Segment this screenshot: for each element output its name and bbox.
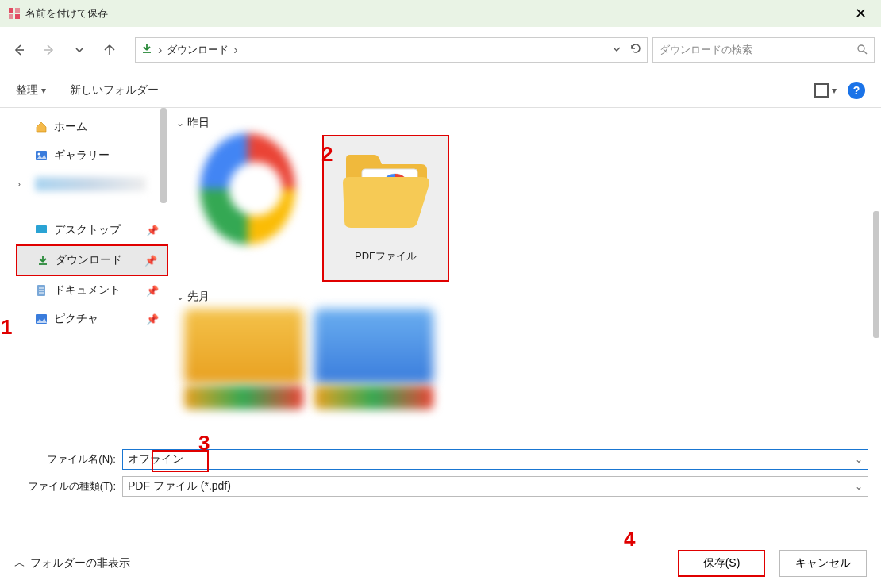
documents-icon: [35, 284, 48, 297]
organize-label: 整理: [16, 83, 38, 98]
search-input[interactable]: ダウンロードの検索: [652, 37, 875, 63]
sidebar-item-downloads[interactable]: ダウンロード 📌: [16, 244, 168, 276]
back-button[interactable]: [6, 37, 32, 63]
chevron-up-icon: ︿: [14, 556, 25, 571]
svg-rect-2: [9, 14, 13, 19]
main-area: ホーム ギャラリー › デスクトップ 📌 ダウンロード 📌: [0, 108, 881, 441]
expand-icon[interactable]: ›: [17, 179, 21, 190]
chevron-down-icon[interactable]: ⌄: [855, 481, 863, 492]
close-button[interactable]: ✕: [848, 3, 873, 24]
folder-icon: [338, 143, 433, 238]
filename-label: ファイル名(N):: [13, 452, 116, 467]
pin-icon[interactable]: 📌: [146, 313, 159, 325]
footer: ︿ フォルダーの非表示 保存(S) キャンセル: [0, 539, 881, 588]
cancel-button[interactable]: キャンセル: [779, 550, 867, 577]
gallery-icon: [35, 149, 48, 162]
annotation-marker-4: 4: [624, 527, 635, 551]
pin-icon[interactable]: 📌: [144, 255, 157, 267]
pin-icon[interactable]: 📌: [146, 285, 159, 297]
sidebar-label: ギャラリー: [54, 148, 110, 163]
pictures-icon: [35, 313, 48, 325]
downloads-icon: [37, 254, 49, 267]
sidebar-label: ダウンロード: [56, 253, 122, 267]
help-button[interactable]: ?: [848, 82, 865, 99]
filetype-label: ファイルの種類(T):: [13, 479, 116, 494]
sidebar-item-gallery[interactable]: ギャラリー: [16, 141, 168, 170]
folder-label: PDFファイル: [355, 249, 417, 263]
annotation-marker-3: 3: [198, 431, 210, 455]
chevron-down-icon: ⌄: [176, 291, 184, 302]
sidebar: ホーム ギャラリー › デスクトップ 📌 ダウンロード 📌: [0, 108, 168, 441]
up-button[interactable]: [97, 37, 122, 63]
blurred-file[interactable]: [314, 309, 433, 384]
svg-rect-1: [15, 8, 20, 13]
address-bar[interactable]: › ダウンロード ›: [135, 37, 648, 63]
filetype-value: PDF ファイル (*.pdf): [128, 479, 231, 494]
svg-rect-11: [36, 225, 47, 233]
annotation-marker-1: 1: [1, 315, 12, 340]
sidebar-item-home[interactable]: ホーム: [16, 113, 168, 141]
content-scrollbar[interactable]: [873, 211, 879, 338]
sidebar-item-desktop[interactable]: デスクトップ 📌: [16, 216, 168, 244]
filetype-select[interactable]: PDF ファイル (*.pdf) ⌄: [122, 476, 868, 497]
folder-item-pdf[interactable]: PDFファイル: [322, 135, 449, 282]
svg-rect-3: [15, 14, 20, 19]
new-folder-button[interactable]: 新しいフォルダー: [70, 83, 159, 98]
file-item-chrome[interactable]: [184, 135, 311, 282]
blurred-file[interactable]: [184, 386, 303, 409]
refresh-button[interactable]: [629, 42, 642, 58]
chevron-down-icon: ⌄: [176, 117, 184, 129]
sidebar-label: ドキュメント: [54, 283, 121, 298]
sidebar-label: ピクチャ: [54, 312, 98, 326]
pin-icon[interactable]: 📌: [146, 225, 159, 236]
sidebar-label: ホーム: [54, 120, 87, 134]
blurred-files-row: [184, 309, 873, 384]
section-label: 先月: [187, 290, 210, 304]
breadcrumb-sep-2: ›: [233, 43, 237, 57]
recent-dropdown[interactable]: [67, 37, 92, 63]
view-mode-button[interactable]: ▾: [814, 83, 837, 98]
toolbar-row: 整理 ▾ 新しいフォルダー ▾ ?: [0, 73, 881, 108]
home-icon: [35, 121, 48, 133]
filetype-row: ファイルの種類(T): PDF ファイル (*.pdf) ⌄: [0, 473, 881, 500]
window-title: 名前を付けて保存: [25, 6, 108, 21]
blurred-file[interactable]: [314, 386, 433, 409]
search-placeholder-text: ダウンロードの検索: [660, 43, 752, 57]
chrome-thumb: [200, 141, 295, 236]
app-icon: [8, 7, 21, 20]
desktop-icon: [35, 224, 48, 236]
section-yesterday[interactable]: ⌄ 昨日: [176, 116, 873, 130]
blurred-files-row-2: [184, 386, 873, 409]
hide-folders-toggle[interactable]: ︿ フォルダーの非表示: [14, 556, 130, 571]
save-button[interactable]: 保存(S): [678, 550, 765, 577]
svg-point-7: [858, 45, 864, 52]
sidebar-label: デスクトップ: [54, 223, 121, 237]
sidebar-item-documents[interactable]: ドキュメント 📌: [16, 276, 168, 305]
blurred-item: [35, 177, 146, 191]
filename-value: オフライン: [128, 452, 183, 467]
chevron-down-icon[interactable]: ⌄: [855, 454, 863, 465]
downloads-icon: [140, 42, 153, 58]
forward-button[interactable]: [37, 37, 62, 63]
filename-row: ファイル名(N): オフライン ⌄: [0, 446, 881, 473]
hide-folders-label: フォルダーの非表示: [30, 556, 130, 571]
organize-menu[interactable]: 整理 ▾: [16, 83, 46, 98]
titlebar: 名前を付けて保存 ✕: [0, 0, 881, 27]
content-pane: ⌄ 昨日: [168, 108, 881, 441]
sidebar-item-pictures[interactable]: ピクチャ 📌: [16, 305, 168, 333]
search-icon: [856, 44, 868, 57]
view-icon: [814, 83, 829, 98]
breadcrumb-location[interactable]: ダウンロード: [167, 43, 229, 57]
svg-point-10: [38, 153, 40, 156]
svg-line-8: [864, 51, 867, 54]
nav-row: › ダウンロード › ダウンロードの検索: [0, 27, 881, 73]
breadcrumb-sep: ›: [158, 43, 162, 57]
filename-input[interactable]: オフライン ⌄: [122, 449, 868, 470]
address-dropdown[interactable]: [612, 43, 621, 57]
section-label: 昨日: [187, 116, 210, 130]
sidebar-item-cloud[interactable]: ›: [16, 170, 168, 198]
svg-rect-0: [9, 8, 13, 13]
blurred-file[interactable]: [184, 309, 303, 384]
annotation-marker-2: 2: [321, 142, 333, 167]
section-lastmonth[interactable]: ⌄ 先月: [176, 290, 873, 304]
